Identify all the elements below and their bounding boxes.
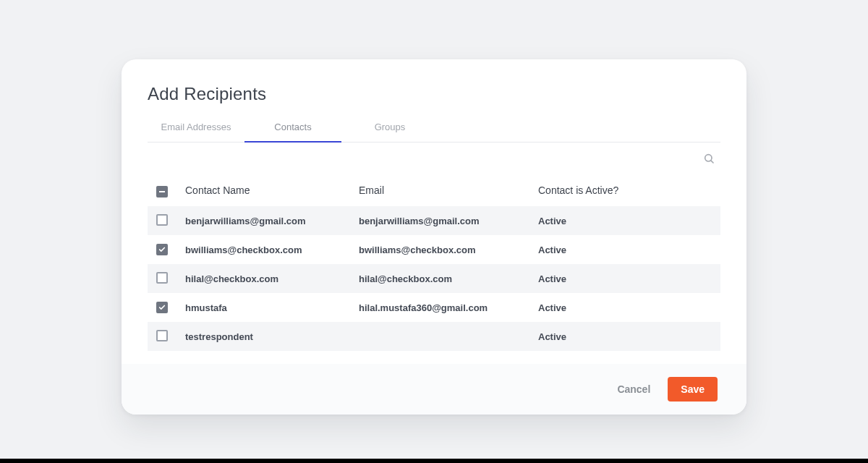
search-icon[interactable] <box>703 153 715 164</box>
table-row: hmustafahilal.mustafa360@gmail.comActive <box>148 293 720 322</box>
cell-active: Active <box>538 331 712 342</box>
modal-title: Add Recipients <box>148 84 720 104</box>
table-row: hilal@checkbox.comhilal@checkbox.comActi… <box>148 264 720 293</box>
cell-contact-name: hmustafa <box>185 302 359 313</box>
cell-email: hilal.mustafa360@gmail.com <box>359 302 538 313</box>
select-all-checkbox[interactable] <box>156 186 168 197</box>
cell-contact-name: bwilliams@checkbox.com <box>185 245 359 255</box>
row-checkbox[interactable] <box>156 272 168 284</box>
tab-contacts[interactable]: Contacts <box>244 114 341 143</box>
cell-contact-name: testrespondent <box>185 331 359 342</box>
save-button[interactable]: Save <box>668 377 718 402</box>
svg-line-1 <box>711 161 713 163</box>
add-recipients-modal: Add Recipients Email Addresses Contacts … <box>122 59 746 415</box>
row-checkbox[interactable] <box>156 214 168 226</box>
page-background: Add Recipients Email Addresses Contacts … <box>0 0 868 463</box>
table-row: benjarwilliams@gmail.combenjarwilliams@g… <box>148 206 720 235</box>
tab-groups[interactable]: Groups <box>341 114 438 142</box>
cell-email: bwilliams@checkbox.com <box>359 245 538 255</box>
table-header: Contact Name Email Contact is Active? <box>148 174 720 206</box>
tab-label: Email Addresses <box>161 122 231 132</box>
col-email[interactable]: Email <box>359 184 538 196</box>
row-checkbox[interactable] <box>156 302 168 313</box>
cell-active: Active <box>538 245 712 255</box>
cell-contact-name: benjarwilliams@gmail.com <box>185 216 359 226</box>
modal-footer: Cancel Save <box>122 364 746 415</box>
contacts-table: Contact Name Email Contact is Active? be… <box>148 174 720 351</box>
col-active[interactable]: Contact is Active? <box>538 184 712 196</box>
tab-email-addresses[interactable]: Email Addresses <box>148 114 244 142</box>
tab-label: Groups <box>375 122 406 132</box>
cell-active: Active <box>538 216 712 226</box>
search-row <box>148 143 720 174</box>
row-checkbox[interactable] <box>156 330 168 341</box>
tabs: Email Addresses Contacts Groups <box>148 114 720 143</box>
row-checkbox[interactable] <box>156 244 168 255</box>
table-row: testrespondentActive <box>148 322 720 351</box>
tab-label: Contacts <box>274 122 311 132</box>
col-contact-name[interactable]: Contact Name <box>185 184 359 196</box>
bottom-edge <box>0 459 868 463</box>
table-row: bwilliams@checkbox.combwilliams@checkbox… <box>148 235 720 264</box>
cell-email: hilal@checkbox.com <box>359 273 538 284</box>
cell-active: Active <box>538 273 712 284</box>
cell-contact-name: hilal@checkbox.com <box>185 273 359 284</box>
cell-active: Active <box>538 302 712 313</box>
cell-email: benjarwilliams@gmail.com <box>359 216 538 226</box>
cancel-button[interactable]: Cancel <box>617 383 650 395</box>
